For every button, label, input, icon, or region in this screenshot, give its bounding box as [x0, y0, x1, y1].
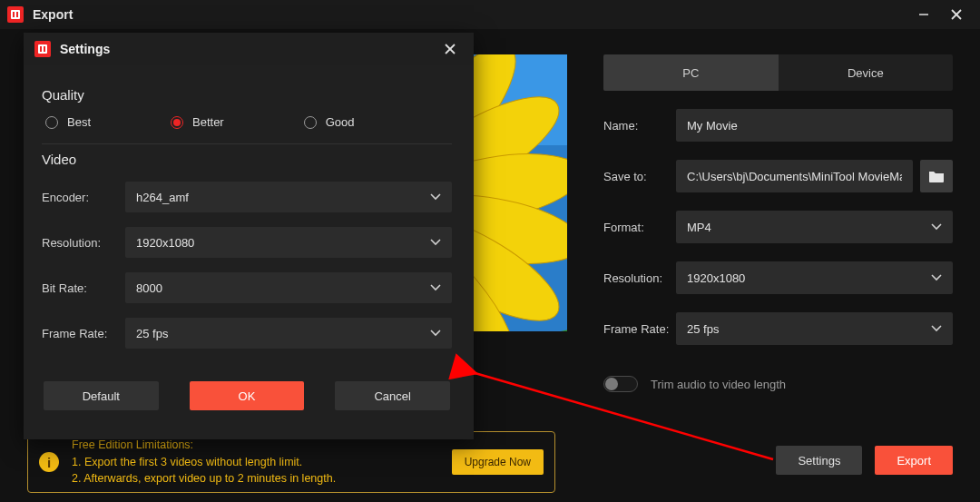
app-logo-icon	[7, 6, 24, 23]
svg-rect-30	[44, 46, 45, 52]
chevron-down-icon	[430, 284, 441, 291]
close-icon	[444, 43, 456, 55]
modal-framerate-select[interactable]: 25 fps	[125, 318, 452, 349]
chevron-down-icon	[430, 239, 441, 246]
export-target-tabs: PC Device	[603, 54, 953, 91]
chevron-down-icon	[430, 193, 441, 201]
resolution-select[interactable]: 1920x1080	[676, 261, 953, 294]
bitrate-label: Bit Rate:	[42, 281, 125, 295]
free-edition-notice: i Free Edition Limitations: 1. Export th…	[27, 431, 555, 493]
modal-close-button[interactable]	[437, 36, 463, 62]
quality-section-title: Quality	[42, 87, 452, 103]
trim-audio-label: Trim audio to video length	[651, 378, 786, 391]
chevron-down-icon	[931, 223, 942, 231]
svg-rect-28	[38, 44, 47, 54]
quality-radio-best[interactable]: Best	[45, 115, 91, 129]
chevron-down-icon	[430, 330, 441, 337]
video-section-title: Video	[42, 152, 452, 167]
settings-modal: Settings Quality Best Better Good Video …	[24, 33, 474, 439]
export-button[interactable]: Export	[875, 446, 953, 475]
format-label: Format:	[603, 221, 676, 234]
divider	[42, 143, 452, 144]
close-button[interactable]	[940, 0, 973, 29]
ok-button[interactable]: OK	[190, 381, 305, 410]
chevron-down-icon	[931, 274, 942, 281]
resolution-value: 1920x1080	[687, 271, 745, 285]
notice-line-1: 1. Export the first 3 videos without len…	[72, 454, 432, 471]
name-input[interactable]	[676, 109, 953, 142]
browse-folder-button[interactable]	[920, 160, 953, 192]
svg-rect-29	[40, 46, 42, 52]
folder-icon	[928, 170, 945, 182]
modal-resolution-select[interactable]: 1920x1080	[125, 227, 452, 258]
modal-title: Settings	[60, 42, 110, 56]
cancel-button[interactable]: Cancel	[335, 381, 450, 410]
framerate-label: Frame Rate:	[603, 322, 676, 336]
notice-line-2: 2. Afterwards, export video up to 2 minu…	[72, 470, 432, 487]
modal-framerate-label: Frame Rate:	[42, 327, 125, 340]
saveto-input[interactable]	[676, 160, 913, 192]
upgrade-button[interactable]: Upgrade Now	[452, 449, 544, 475]
info-icon: i	[39, 452, 59, 472]
app-logo-icon	[34, 41, 51, 57]
saveto-label: Save to:	[603, 170, 676, 183]
bitrate-select[interactable]: 8000	[125, 272, 452, 303]
format-value: MP4	[687, 221, 711, 234]
settings-button[interactable]: Settings	[776, 446, 862, 475]
resolution-label: Resolution:	[603, 271, 676, 285]
quality-radio-good[interactable]: Good	[304, 115, 355, 129]
svg-rect-1	[13, 12, 15, 17]
tab-pc[interactable]: PC	[603, 54, 779, 91]
tab-device[interactable]: Device	[779, 54, 954, 91]
format-select[interactable]: MP4	[676, 211, 953, 243]
encoder-select[interactable]: h264_amf	[125, 182, 452, 212]
default-button[interactable]: Default	[44, 381, 159, 410]
svg-rect-0	[11, 10, 20, 19]
framerate-value: 25 fps	[687, 322, 719, 336]
trim-audio-toggle[interactable]	[603, 376, 638, 392]
modal-resolution-label: Resolution:	[42, 236, 125, 250]
name-label: Name:	[603, 119, 676, 133]
minimize-button[interactable]	[907, 0, 940, 29]
framerate-select[interactable]: 25 fps	[676, 312, 953, 345]
window-titlebar: Export	[0, 0, 980, 29]
chevron-down-icon	[931, 325, 942, 332]
svg-rect-2	[16, 12, 18, 17]
encoder-label: Encoder:	[42, 191, 125, 204]
quality-radio-better[interactable]: Better	[171, 115, 224, 129]
window-title: Export	[33, 7, 73, 22]
